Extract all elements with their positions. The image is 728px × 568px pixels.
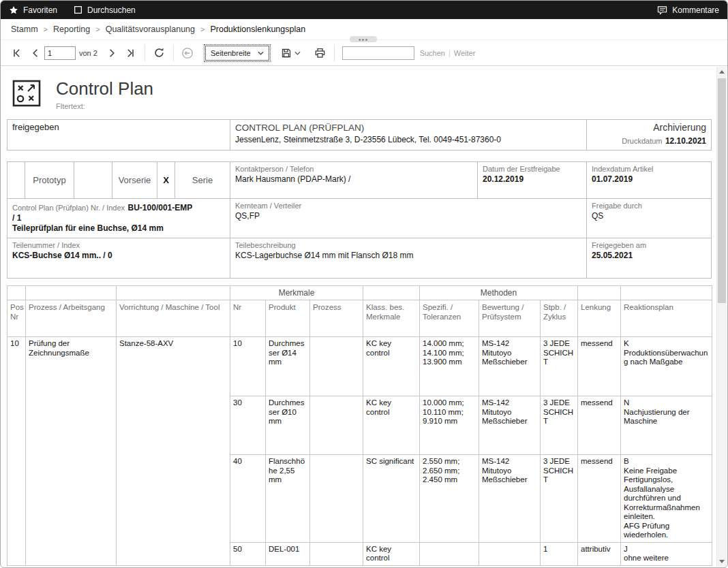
druckdatum-label: Druckdatum (622, 137, 662, 145)
report-content-area: Control Plan Fltertext: freigegeben CONT… (1, 67, 727, 567)
plan-description: Teileprüfplan für eine Buchse, Ø14 mm (12, 223, 225, 234)
plan-nr-value: BU-100/001-EMP (128, 203, 193, 212)
grip-dots-icon: ••• (359, 38, 369, 41)
kernteam-value: QS,FP (235, 211, 581, 221)
cell-prozess (310, 396, 363, 455)
col-header-lenkung: Lenkung (578, 300, 621, 337)
export-save-button[interactable] (277, 44, 304, 62)
cell-bewertung (479, 542, 541, 565)
zoom-select[interactable]: Seitenbreite (205, 46, 269, 61)
freigegeben-am-label: Freigegeben am (592, 240, 706, 251)
cell-spezifikation: 2.550 mm; 2.650 mm; 2.450 mm (420, 455, 479, 543)
chevron-down-icon (294, 51, 301, 55)
col-header-spezifikation: Spezifi. / Toleranzen (420, 300, 479, 337)
first-page-button[interactable] (7, 44, 26, 62)
cell-stpb: 3 JEDE SCHICHT (541, 396, 578, 455)
group-empty-cell (363, 286, 420, 300)
info-cell-archivierung: Archivierung Druckdatum 12.10.2021 (587, 120, 711, 150)
group-empty-cell (117, 286, 230, 300)
cell-pos-prozess: Prüfung der Zeichnungsmaße (26, 337, 117, 566)
breadcrumb-separator: > (95, 25, 100, 33)
col-header-bewertung: Bewertung / Prüfsystem (479, 300, 541, 337)
druckdatum-value: 12.10.2021 (665, 136, 706, 146)
cell-prozess (310, 455, 363, 543)
breadcrumb-item-produktionslenkungsplan[interactable]: Produktionslenkungsplan (210, 25, 305, 34)
first-page-icon (12, 48, 22, 59)
print-button[interactable] (311, 44, 329, 62)
doc-title: CONTROL PLAN (PRÜFPLAN) (235, 122, 581, 133)
back-to-parent-button[interactable] (179, 44, 197, 62)
report-page: Control Plan Fltertext: freigegeben CONT… (1, 67, 716, 567)
spacer (7, 279, 714, 285)
cell-lenkung: messend (578, 337, 621, 396)
report-header-band: freigegeben CONTROL PLAN (PRÜFPLAN) Jess… (7, 119, 712, 151)
scroll-down-button[interactable] (717, 556, 727, 567)
serie-checked-mark: X (157, 162, 175, 198)
find-divider: | (449, 49, 451, 57)
toolbar-divider (173, 44, 174, 61)
browse-window-icon (74, 5, 82, 14)
previous-page-button[interactable] (26, 44, 44, 62)
plan-index-value: / 1 (12, 213, 225, 223)
cell-prozess (310, 337, 363, 396)
last-page-button[interactable] (121, 44, 140, 62)
toolbar-divider (145, 44, 145, 61)
kernteam-label: Kernteam / Verteiler (235, 201, 581, 211)
cell-klass: KC key control (363, 337, 420, 396)
col-header-prozess: Prozess (310, 300, 363, 337)
cell-stpb: 3 JEDE SCHICHT (541, 337, 578, 396)
breadcrumb-item-stamm[interactable]: Stamm (11, 25, 38, 34)
info-cell-kernteam: Kernteam / Verteiler QS,FP (230, 199, 587, 238)
browse-label: Durchsuchen (87, 5, 136, 15)
comment-bubble-icon (657, 5, 667, 15)
breadcrumb-separator: > (200, 25, 204, 33)
comments-label: Kommentare (672, 5, 719, 15)
methoden-group-header: Methoden (420, 286, 578, 300)
info-cell-status: freigegeben (7, 120, 230, 150)
chevron-down-icon (258, 51, 264, 55)
group-empty-cell (621, 286, 712, 300)
status-text: freigegeben (12, 122, 225, 132)
spacer (7, 151, 714, 161)
cell-reaktionsplan: J ohne weitere (621, 542, 712, 565)
indexdatum-label: Indexdatum Artikel (592, 164, 706, 174)
page-number-input[interactable] (44, 46, 76, 60)
find-text-input[interactable] (342, 46, 414, 60)
col-header-nr: Nr (230, 300, 266, 337)
cell-lenkung: attributiv (578, 542, 621, 565)
col-header-stpb: Stpb. / Zyklus (541, 300, 578, 337)
filter-label: Fltertext: (56, 102, 153, 110)
scrollbar-thumb[interactable] (718, 78, 726, 303)
info-cell-freigabe-durch: Freigabe durch QS (587, 199, 711, 238)
cell-klass: KC key control (363, 396, 420, 455)
info-cell-erstfreigabe: Datum der Erstfreigabe 20.12.2019 (478, 162, 587, 198)
teilebeschreibung-value: KCS-Lagerbuchse Ø14 mm mit Flansch Ø18 m… (235, 251, 581, 261)
group-empty-cell (7, 286, 26, 300)
series-empty-cell (7, 162, 25, 198)
cell-nr: 30 (230, 396, 266, 455)
cell-bewertung: MS-142 Mitutoyo Meßschieber (479, 337, 541, 396)
find-button[interactable]: Suchen (420, 49, 445, 57)
refresh-button[interactable] (150, 44, 168, 62)
breadcrumb-item-reporting[interactable]: Reporting (53, 25, 90, 34)
vorserie-label: Vorserie (112, 162, 157, 198)
cell-produkt: Durchmesser Ø14 mm (266, 337, 310, 396)
comments-button[interactable]: Kommentare (657, 5, 719, 15)
report-title: Control Plan (56, 78, 153, 99)
scroll-up-button[interactable] (717, 67, 727, 77)
col-header-reaktionsplan: Reaktionsplan (621, 300, 712, 337)
browse-button[interactable]: Durchsuchen (74, 5, 136, 15)
favorites-button[interactable]: Favoriten (9, 5, 57, 15)
kontaktperson-label: Kontaktperson / Telefon (235, 164, 472, 174)
vertical-scrollbar[interactable] (716, 67, 727, 567)
splitter-grip[interactable]: ••• (350, 36, 377, 42)
cell-lenkung: messend (578, 455, 621, 543)
breadcrumb-item-qualitaetsvorausplanung[interactable]: Qualitätsvorausplanung (106, 25, 195, 34)
prototyp-label: Prototyp (25, 162, 74, 198)
cell-reaktionsplan: K Produktionsüberwachung nach Maßgabe (621, 337, 712, 396)
next-page-button[interactable] (103, 44, 121, 62)
group-empty-cell (578, 286, 621, 300)
find-next-button[interactable]: Weiter (454, 49, 476, 57)
scroll-up-arrow-icon (719, 70, 725, 74)
info-cell-kontaktperson: Kontaktperson / Telefon Mark Hausmann (P… (230, 162, 478, 198)
